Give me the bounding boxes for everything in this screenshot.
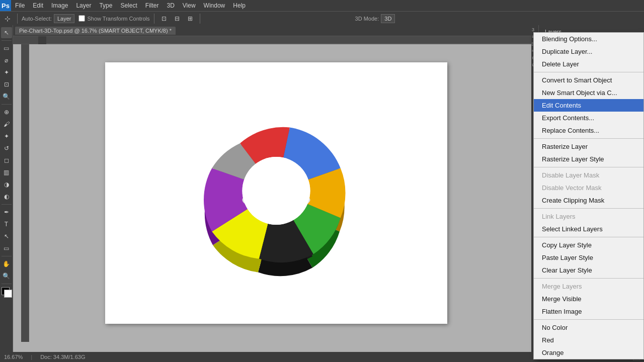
ctx-sep-3 bbox=[534, 167, 643, 167]
dodge-tool[interactable]: ◐ bbox=[1, 191, 12, 202]
ctx-no-color[interactable]: No Color bbox=[534, 321, 643, 334]
ctx-sep-5 bbox=[534, 237, 643, 237]
quick-select-tool[interactable]: ✦ bbox=[1, 67, 12, 78]
show-transform-label: Show Transform Controls bbox=[87, 16, 149, 22]
pen-tool[interactable]: ✒ bbox=[1, 207, 12, 218]
ctx-new-smart-object[interactable]: New Smart Object via C... bbox=[534, 86, 643, 99]
align-left-btn[interactable]: ⊡ bbox=[158, 13, 170, 24]
toolbar-sep-2 bbox=[154, 14, 154, 24]
menubar: Ps File Edit Image Layer Type Select Fil… bbox=[0, 0, 644, 11]
tool-sep-4 bbox=[2, 256, 12, 256]
ctx-sep-7 bbox=[534, 319, 643, 320]
ctx-flatten-image[interactable]: Flatten Image bbox=[534, 305, 643, 318]
ruler-marks bbox=[46, 36, 531, 44]
stamp-tool[interactable]: ✦ bbox=[1, 131, 12, 142]
menu-help[interactable]: Help bbox=[229, 1, 250, 10]
layer-select-dropdown[interactable]: Layer bbox=[54, 14, 75, 23]
eraser-tool[interactable]: ◻ bbox=[1, 155, 12, 166]
ruler-vertical bbox=[21, 44, 29, 342]
menu-window[interactable]: Window bbox=[200, 1, 229, 10]
context-menu: Blending Options... Duplicate Layer... D… bbox=[533, 32, 644, 359]
eyedropper-tool[interactable]: 🔍 bbox=[1, 91, 12, 102]
lasso-tool[interactable]: ⌀ bbox=[1, 55, 12, 66]
menu-select[interactable]: Select bbox=[116, 1, 141, 10]
show-transform-checkbox[interactable] bbox=[78, 15, 85, 22]
menu-type[interactable]: Type bbox=[95, 1, 116, 10]
ctx-select-linked-layers[interactable]: Select Linked Layers bbox=[534, 223, 643, 235]
type-tool[interactable]: T bbox=[1, 219, 12, 230]
auto-select-label: Auto-Select: bbox=[22, 16, 52, 22]
menu-image[interactable]: Image bbox=[47, 1, 72, 10]
menu-view[interactable]: View bbox=[179, 1, 200, 10]
canvas-document[interactable] bbox=[105, 62, 447, 324]
tool-sep-3 bbox=[2, 204, 12, 205]
crop-tool[interactable]: ⊡ bbox=[1, 79, 12, 90]
ctx-blending-options[interactable]: Blending Options... bbox=[534, 33, 643, 45]
background-swatch[interactable] bbox=[4, 290, 12, 298]
menu-filter[interactable]: Filter bbox=[141, 1, 163, 10]
ctx-clear-layer-style[interactable]: Clear Layer Style bbox=[534, 264, 643, 277]
ctx-sep-2 bbox=[534, 138, 643, 139]
ctx-create-clipping-mask[interactable]: Create Clipping Mask bbox=[534, 194, 643, 207]
tools-panel: ↖ ▭ ⌀ ✦ ⊡ 🔍 ⊕ 🖌 ✦ ↺ ◻ ▥ ◑ ◐ ✒ T ↖ ▭ ✋ 🔍 bbox=[0, 25, 13, 352]
path-select-tool[interactable]: ↖ bbox=[1, 231, 12, 242]
zoom-tool[interactable]: 🔍 bbox=[1, 270, 12, 282]
3d-mode-dropdown[interactable]: 3D bbox=[381, 14, 395, 23]
ctx-copy-layer-style[interactable]: Copy Layer Style bbox=[534, 239, 643, 251]
ctx-convert-smart-object[interactable]: Convert to Smart Object bbox=[534, 74, 643, 86]
svg-point-4 bbox=[243, 157, 310, 225]
shape-tool[interactable]: ▭ bbox=[1, 243, 12, 254]
ctx-export-contents[interactable]: Export Contents... bbox=[534, 112, 643, 124]
status-sep: | bbox=[31, 354, 32, 360]
ctx-sep-6 bbox=[534, 278, 643, 279]
ctx-delete-layer[interactable]: Delete Layer bbox=[534, 58, 643, 70]
ctx-orange[interactable]: Orange bbox=[534, 346, 643, 359]
ctx-rasterize-layer-style[interactable]: Rasterize Layer Style bbox=[534, 153, 643, 165]
mode-label: 3D Mode: bbox=[355, 16, 379, 22]
gradient-tool[interactable]: ▥ bbox=[1, 167, 12, 178]
canvas-area: Pie-Chart-3D-Top.psd @ 16.7% (SMART OBJE… bbox=[13, 25, 531, 352]
ctx-merge-layers: Merge Layers bbox=[534, 280, 643, 293]
menu-edit[interactable]: Edit bbox=[29, 1, 47, 10]
ctx-disable-layer-mask: Disable Layer Mask bbox=[534, 169, 643, 182]
file-tab[interactable]: Pie-Chart-3D-Top.psd @ 16.7% (SMART OBJE… bbox=[15, 27, 176, 35]
toolbar-sep-1 bbox=[17, 14, 18, 24]
tool-sep-2 bbox=[2, 104, 12, 105]
brush-tool[interactable]: 🖌 bbox=[1, 119, 12, 130]
hand-tool[interactable]: ✋ bbox=[1, 258, 12, 269]
ctx-link-layers: Link Layers bbox=[534, 210, 643, 223]
ctx-paste-layer-style[interactable]: Paste Layer Style bbox=[534, 251, 643, 264]
marquee-tool[interactable]: ▭ bbox=[1, 43, 12, 54]
doc-info: Doc: 34.3M/1.63G bbox=[40, 354, 85, 360]
ctx-red[interactable]: Red bbox=[534, 334, 643, 346]
blur-tool[interactable]: ◑ bbox=[1, 179, 12, 190]
ctx-merge-visible[interactable]: Merge Visible bbox=[534, 293, 643, 305]
ctx-disable-vector-mask: Disable Vector Mask bbox=[534, 182, 643, 194]
menu-3d[interactable]: 3D bbox=[163, 1, 178, 10]
pie-chart bbox=[181, 103, 372, 284]
zoom-level: 16.67% bbox=[4, 354, 23, 360]
ctx-rasterize-layer[interactable]: Rasterize Layer bbox=[534, 140, 643, 153]
toolbar-sep-3 bbox=[200, 14, 200, 24]
move-tool[interactable]: ↖ bbox=[1, 27, 12, 38]
ctx-sep-4 bbox=[534, 208, 643, 209]
ctx-edit-contents[interactable]: Edit Contents bbox=[534, 99, 643, 112]
history-tool[interactable]: ↺ bbox=[1, 143, 12, 154]
tab-bar: Pie-Chart-3D-Top.psd @ 16.7% (SMART OBJE… bbox=[13, 25, 531, 36]
align-right-btn[interactable]: ⊞ bbox=[185, 13, 196, 24]
move-tool-btn[interactable]: ⊹ bbox=[2, 13, 13, 24]
menu-file[interactable]: File bbox=[11, 1, 29, 10]
align-center-btn[interactable]: ⊟ bbox=[172, 13, 183, 24]
ruler-horizontal bbox=[13, 36, 531, 44]
tool-sep-5 bbox=[2, 284, 12, 284]
ps-logo: Ps bbox=[0, 0, 11, 11]
ctx-sep-1 bbox=[534, 72, 643, 72]
ctx-duplicate-layer[interactable]: Duplicate Layer... bbox=[534, 45, 643, 58]
toolbar-top: ⊹ Auto-Select: Layer Show Transform Cont… bbox=[0, 11, 644, 25]
ctx-replace-contents[interactable]: Replace Contents... bbox=[534, 124, 643, 137]
heal-tool[interactable]: ⊕ bbox=[1, 107, 12, 118]
main-layout: ↖ ▭ ⌀ ✦ ⊡ 🔍 ⊕ 🖌 ✦ ↺ ◻ ▥ ◑ ◐ ✒ T ↖ ▭ ✋ 🔍 … bbox=[0, 25, 644, 352]
tool-sep-1 bbox=[2, 40, 12, 41]
canvas-wrapper[interactable] bbox=[21, 44, 531, 342]
menu-layer[interactable]: Layer bbox=[72, 1, 95, 10]
